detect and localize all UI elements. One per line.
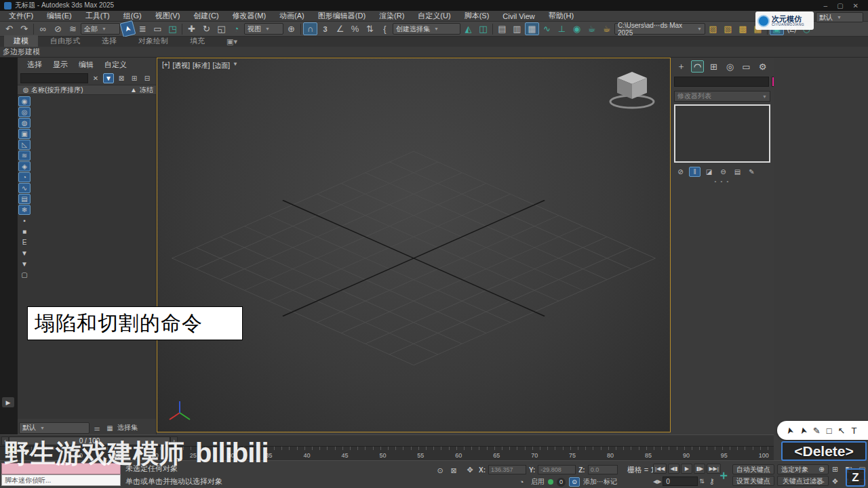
menu-item[interactable]: 修改器(M): [226, 11, 273, 21]
explorer-menu-item[interactable]: 自定义: [100, 60, 131, 70]
render-frame-icon[interactable]: ☕: [599, 22, 614, 35]
set-key-button[interactable]: 设置关键点: [732, 476, 774, 486]
enable-indicator[interactable]: [548, 479, 553, 485]
show-end-result-icon[interactable]: ‖: [689, 167, 701, 177]
explorer-menu-item[interactable]: 编辑: [75, 60, 98, 70]
frozen-column-header[interactable]: 冻结: [140, 85, 153, 95]
angle-snap-icon[interactable]: ∠: [333, 22, 347, 35]
filter-icon[interactable]: ▼: [18, 248, 31, 258]
menu-item[interactable]: 文件(F): [3, 11, 39, 21]
display-shapes-icon[interactable]: ◎: [18, 107, 31, 117]
ruler-tick[interactable]: 50: [379, 452, 386, 459]
pin-stack-icon[interactable]: ⊘: [675, 167, 686, 177]
display-spacewarps-icon[interactable]: ≋: [18, 150, 31, 161]
menu-item[interactable]: 图形编辑器(D): [312, 11, 372, 21]
ruler-tick[interactable]: 15: [114, 452, 121, 459]
redo-icon[interactable]: ↷: [17, 22, 31, 35]
ribbon-panel-polygon-modeling[interactable]: 多边形建模: [3, 47, 40, 57]
next-frame-button[interactable]: ›: [170, 436, 178, 445]
display-frozen-icon[interactable]: ▪: [18, 216, 31, 226]
zoom-icon[interactable]: ⊕: [815, 464, 828, 475]
reference-coordinate-dropdown[interactable]: 视图▼: [244, 23, 283, 35]
tab-modeling[interactable]: 建模: [4, 35, 38, 47]
tab-modify-icon[interactable]: ◠: [691, 60, 704, 73]
asset-tracking-icon[interactable]: ▨: [706, 22, 720, 35]
window-crossing-icon[interactable]: ◳: [165, 22, 180, 35]
menu-item[interactable]: 工具(T): [79, 11, 116, 21]
ribbon-toggle-icon[interactable]: ▦: [525, 22, 539, 35]
tab-selection[interactable]: 选择: [92, 35, 126, 47]
explorer-menu-item[interactable]: 选择: [23, 60, 46, 70]
ruler-tick[interactable]: 45: [341, 452, 348, 459]
display-hidden-icon[interactable]: ■: [18, 226, 31, 237]
snap-toggle-icon[interactable]: ∩: [303, 22, 317, 35]
prev-frame-button[interactable]: ‹: [1, 436, 9, 445]
make-unique-icon[interactable]: ◪: [703, 167, 715, 177]
snap-3d-icon[interactable]: 3: [318, 22, 332, 35]
ruler-tick[interactable]: 25: [190, 452, 197, 459]
schematic-view-icon[interactable]: ⊥: [555, 22, 569, 35]
ribbon-config-icon[interactable]: ▣▾: [217, 37, 247, 47]
time-tag-icon[interactable]: ◔: [515, 476, 528, 487]
viewport-menu-general[interactable]: [+]: [162, 61, 170, 70]
tab-utilities-icon[interactable]: ⚙: [756, 60, 769, 73]
render-setup-icon[interactable]: ☕: [585, 22, 599, 35]
time-tag-toggle-icon[interactable]: ⊙: [569, 477, 580, 487]
cursor-icon[interactable]: ➤: [784, 426, 795, 435]
close-button[interactable]: ✕: [853, 2, 859, 9]
workspace-dropdown[interactable]: 默认▼: [816, 12, 863, 22]
selection-set-icon-2[interactable]: ▦: [104, 423, 115, 433]
perspective-viewport[interactable]: [+][透视][标准][边面] ▼: [157, 58, 671, 432]
layer-manager-icon[interactable]: ▥: [510, 22, 524, 35]
project-folder-icon[interactable]: ▧: [721, 22, 735, 35]
ruler-tick[interactable]: 60: [455, 452, 462, 459]
menu-item[interactable]: 脚本(S): [458, 11, 496, 21]
link-icon[interactable]: ∞: [36, 22, 50, 35]
mirror-icon[interactable]: ◭: [461, 22, 475, 35]
file-link-icon[interactable]: ▩: [736, 22, 750, 35]
ruler-tick[interactable]: 20: [152, 452, 159, 459]
isolate-selection-icon[interactable]: ⊙: [434, 465, 446, 476]
new-folder-icon[interactable]: ▢: [18, 270, 31, 280]
align-icon[interactable]: ◫: [476, 22, 490, 35]
display-geometry-icon[interactable]: ◉: [18, 96, 31, 106]
spinner-snap-icon[interactable]: ⇅: [363, 22, 377, 35]
menu-item[interactable]: 编辑(E): [41, 11, 78, 21]
ruler-tick[interactable]: 90: [683, 452, 690, 459]
ruler-tick[interactable]: 40: [304, 452, 311, 459]
menu-item[interactable]: 动画(A): [273, 11, 311, 21]
menu-item[interactable]: 渲染(R): [373, 11, 410, 21]
rect-region-icon[interactable]: ▭: [151, 22, 165, 35]
selection-lock-icon[interactable]: ⊠: [448, 465, 460, 476]
display-bones-icon[interactable]: ∿: [18, 183, 31, 193]
auto-key-button[interactable]: 自动关键点: [732, 464, 774, 474]
ruler-tick[interactable]: 65: [493, 452, 500, 459]
clear-search-icon[interactable]: ✕: [90, 73, 101, 83]
display-groups-icon[interactable]: ◈: [18, 161, 31, 171]
name-column-header[interactable]: 名称(按升序排序): [31, 85, 83, 95]
x-coordinate-field[interactable]: 136.357: [488, 465, 526, 474]
add-key-icon[interactable]: ＋: [716, 464, 731, 485]
explorer-list-area[interactable]: ◉◎◍▣◺≋◈◔∿▤❄▪■E▼▼▢: [18, 95, 156, 419]
pan-icon[interactable]: ❖: [829, 476, 842, 487]
tab-object-paint[interactable]: 对象绘制: [129, 35, 178, 47]
prev-frame-icon[interactable]: ◀▮: [668, 464, 679, 474]
ruler-tick[interactable]: 30: [228, 452, 235, 459]
zoom-all-icon[interactable]: ⊞: [829, 464, 842, 475]
selection-filter-dropdown[interactable]: 全部▼: [81, 23, 120, 35]
rectangle-icon[interactable]: □: [827, 426, 832, 436]
display-cameras-icon[interactable]: ▣: [18, 129, 31, 139]
move-icon[interactable]: ✚: [184, 22, 199, 35]
display-lights-icon[interactable]: ◍: [18, 118, 31, 128]
view-cube[interactable]: [606, 66, 658, 111]
viewport-menu-edged[interactable]: [边面]: [213, 61, 231, 70]
minimize-button[interactable]: –: [824, 2, 828, 9]
material-editor-icon[interactable]: ◉: [570, 22, 584, 35]
maxscript-mini-listener[interactable]: 脚本迷你侦听...: [1, 474, 121, 486]
percent-snap-icon[interactable]: %: [348, 22, 362, 35]
expand-panel-button[interactable]: ▶: [2, 397, 14, 407]
pick-child-icon[interactable]: ⊟: [142, 73, 153, 83]
arrow-icon[interactable]: ↖: [838, 426, 846, 436]
named-sets-icon[interactable]: {: [378, 22, 392, 35]
placement-icon[interactable]: ◔: [229, 22, 243, 35]
